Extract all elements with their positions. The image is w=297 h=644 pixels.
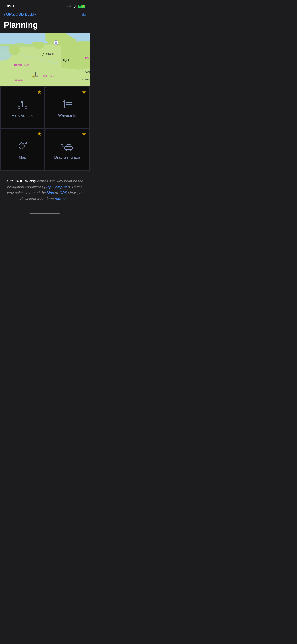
drag-simulator-cell[interactable]: ★ Drag Simulator	[45, 129, 89, 170]
waypoints-star[interactable]: ★	[82, 90, 86, 95]
battery-bolt-icon: ⚡	[82, 5, 84, 8]
star-icon: ★	[82, 131, 86, 137]
park-vehicle-cell[interactable]: ★ Park Vehicle	[0, 87, 45, 128]
svg-text:•Wroc: •Wroc	[85, 70, 90, 73]
addons-link[interactable]: Add-ons	[54, 197, 68, 201]
back-button[interactable]: ‹ GPS/OBD Buddy	[4, 12, 36, 17]
svg-point-11	[82, 72, 83, 72]
star-icon: ★	[37, 131, 42, 137]
wifi-icon	[72, 4, 76, 8]
feature-grid: ★ Park Vehicle ★	[0, 86, 90, 171]
navigation-bar: ‹ GPS/OBD Buddy Info	[0, 11, 90, 19]
status-icons: 66 ⚡	[66, 4, 85, 8]
status-bar: 18:31 ↑ 66 ⚡	[0, 0, 90, 11]
gps-link[interactable]: GPS	[60, 191, 67, 195]
drag-simulator-label: Drag Simulator	[54, 155, 80, 160]
desc-text3: or	[54, 191, 60, 195]
svg-text:•Hamburg: •Hamburg	[43, 52, 54, 55]
park-vehicle-star[interactable]: ★	[37, 90, 42, 95]
map-link[interactable]: Map	[47, 191, 54, 195]
back-label: GPS/OBD Buddy	[6, 12, 36, 17]
park-vehicle-label: Park Vehicle	[12, 113, 34, 118]
desc-text5: .	[68, 197, 69, 201]
info-button[interactable]: Info	[80, 12, 86, 17]
svg-text:Berlin: Berlin	[63, 59, 70, 62]
drag-simulator-icon	[59, 140, 75, 152]
waypoints-cell[interactable]: ★ Waypoints	[45, 87, 89, 128]
status-time: 18:31 ↑	[4, 4, 17, 8]
waypoints-icon	[59, 98, 75, 110]
info-label: Info	[80, 12, 86, 16]
waypoints-label: Waypoints	[58, 113, 76, 118]
park-vehicle-icon	[14, 98, 30, 110]
map-star[interactable]: ★	[37, 132, 42, 136]
page-title: Planning	[0, 19, 90, 33]
time-display: 18:31	[4, 4, 14, 8]
svg-text:⛳ DEUTSCHLAND: ⛳ DEUTSCHLAND	[32, 74, 56, 78]
svg-text:POLA: POLA	[85, 57, 90, 60]
map-view[interactable]: TED GDOM Birmingham •London NEDERLAND •H…	[0, 33, 90, 86]
chevron-left-icon: ‹	[4, 12, 5, 17]
location-arrow-icon: ↑	[16, 4, 17, 8]
svg-text:BELGIË: BELGIË	[14, 78, 22, 81]
svg-point-9	[42, 55, 42, 56]
home-indicator	[0, 211, 90, 216]
battery-indicator: 66 ⚡	[78, 5, 85, 8]
svg-text:Katowice: Katowice	[81, 78, 90, 80]
map-cell[interactable]: ★ Map	[0, 129, 45, 170]
description-section: GPS/OBD Buddy comes with way point based…	[0, 171, 90, 211]
svg-text:NEDERLAND: NEDERLAND	[14, 64, 29, 67]
map-icon	[14, 140, 30, 152]
signal-strength-icon	[66, 5, 71, 7]
star-icon: ★	[82, 89, 86, 95]
svg-point-4	[55, 42, 57, 44]
star-icon: ★	[37, 89, 42, 95]
map-label: Map	[19, 155, 26, 160]
home-bar	[30, 213, 60, 214]
drag-simulator-star[interactable]: ★	[82, 132, 86, 136]
battery-level: 66	[79, 5, 81, 8]
trip-computer-link[interactable]: Trip Computer	[45, 185, 68, 189]
app-name-text: GPS/OBD Buddy	[7, 179, 36, 183]
